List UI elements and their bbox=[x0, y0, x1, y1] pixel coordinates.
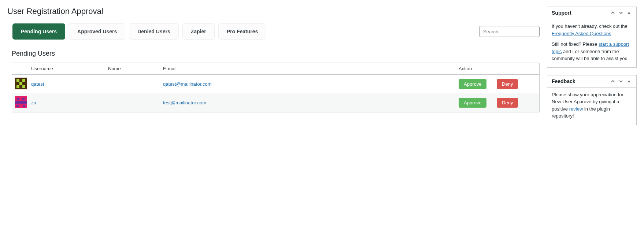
support-panel-body: If you haven't already, check out the Fr… bbox=[547, 19, 636, 67]
cell-name bbox=[104, 93, 159, 112]
feedback-panel: Feedback Please show your appreciation f… bbox=[547, 75, 637, 125]
feedback-panel-title: Feedback bbox=[552, 78, 610, 84]
support-text: Still not fixed? Please bbox=[552, 41, 599, 47]
email-link[interactable]: test@mailinator.com bbox=[163, 100, 206, 105]
tab-zapier[interactable]: Zapier bbox=[182, 23, 215, 40]
search-input[interactable] bbox=[479, 26, 540, 37]
svg-rect-8 bbox=[22, 98, 25, 100]
username-link[interactable]: qatest bbox=[31, 81, 44, 87]
approve-button[interactable]: Approve bbox=[459, 79, 486, 89]
svg-rect-3 bbox=[19, 82, 22, 85]
collapse-triangle-icon[interactable] bbox=[626, 78, 632, 84]
users-table: Username Name E-mail Action bbox=[12, 63, 539, 112]
support-panel: Support If you haven't already, check ou… bbox=[547, 7, 637, 68]
support-text: and I or someone from the community will… bbox=[552, 49, 629, 62]
chevron-down-icon[interactable] bbox=[618, 78, 624, 84]
tabs-row: Pending Users Approved Users Denied User… bbox=[12, 23, 540, 40]
email-link[interactable]: qatest@mailinator.com bbox=[163, 81, 211, 87]
table-row: qatest qatest@mailinator.com Approve Den… bbox=[12, 75, 539, 94]
svg-rect-10 bbox=[16, 105, 19, 107]
avatar bbox=[15, 96, 27, 108]
section-title: Pending Users bbox=[12, 50, 540, 57]
table-row: za test@mailinator.com Approve Deny bbox=[12, 93, 539, 112]
svg-rect-4 bbox=[16, 85, 19, 88]
users-table-wrap: Username Name E-mail Action bbox=[12, 63, 540, 112]
search-wrap bbox=[479, 26, 540, 37]
deny-button[interactable]: Deny bbox=[497, 98, 518, 108]
svg-rect-7 bbox=[17, 98, 19, 100]
cell-name bbox=[104, 75, 159, 94]
col-header-action: Action bbox=[455, 63, 539, 75]
tab-pending-users[interactable]: Pending Users bbox=[12, 23, 65, 40]
svg-rect-9 bbox=[15, 101, 27, 104]
svg-rect-1 bbox=[16, 79, 19, 82]
svg-rect-11 bbox=[23, 105, 25, 107]
chevron-down-icon[interactable] bbox=[618, 10, 624, 16]
feedback-panel-body: Please show your appreciation for New Us… bbox=[547, 88, 636, 125]
approve-button[interactable]: Approve bbox=[459, 98, 486, 108]
avatar bbox=[15, 78, 27, 89]
feedback-panel-header: Feedback bbox=[547, 75, 636, 88]
col-header-email: E-mail bbox=[159, 63, 455, 75]
svg-rect-5 bbox=[22, 85, 25, 88]
support-text: . bbox=[611, 31, 613, 36]
tab-pro-features[interactable]: Pro Features bbox=[218, 23, 267, 40]
svg-rect-2 bbox=[22, 79, 25, 82]
page-title: User Registration Approval bbox=[7, 7, 540, 16]
support-panel-title: Support bbox=[552, 10, 610, 16]
col-header-username: Username bbox=[27, 63, 104, 75]
col-header-name: Name bbox=[104, 63, 159, 75]
collapse-triangle-icon[interactable] bbox=[626, 10, 632, 16]
tab-approved-users[interactable]: Approved Users bbox=[69, 23, 125, 40]
username-link[interactable]: za bbox=[31, 100, 36, 105]
support-panel-header: Support bbox=[547, 7, 636, 19]
tab-denied-users[interactable]: Denied Users bbox=[129, 23, 178, 40]
support-text: If you haven't already, check out the bbox=[552, 23, 628, 29]
chevron-up-icon[interactable] bbox=[610, 78, 616, 84]
chevron-up-icon[interactable] bbox=[610, 10, 616, 16]
deny-button[interactable]: Deny bbox=[497, 79, 518, 89]
review-link[interactable]: review bbox=[569, 106, 583, 112]
faq-link[interactable]: Frequently Asked Questions bbox=[552, 31, 611, 36]
